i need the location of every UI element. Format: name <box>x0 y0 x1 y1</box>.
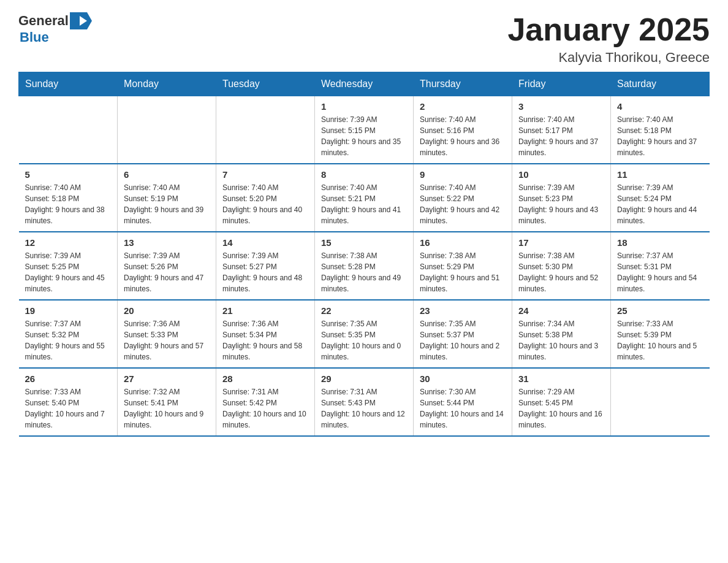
day-info: Sunrise: 7:39 AM Sunset: 5:25 PM Dayligh… <box>25 250 112 294</box>
logo-general-text: General <box>18 13 69 29</box>
day-info: Sunrise: 7:40 AM Sunset: 5:19 PM Dayligh… <box>124 182 210 226</box>
calendar-cell: 12Sunrise: 7:39 AM Sunset: 5:25 PM Dayli… <box>19 232 118 300</box>
calendar-cell: 26Sunrise: 7:33 AM Sunset: 5:40 PM Dayli… <box>19 368 118 436</box>
day-info: Sunrise: 7:29 AM Sunset: 5:45 PM Dayligh… <box>518 386 604 431</box>
calendar-cell: 7Sunrise: 7:40 AM Sunset: 5:20 PM Daylig… <box>216 164 315 232</box>
day-info: Sunrise: 7:40 AM Sunset: 5:18 PM Dayligh… <box>617 114 703 158</box>
day-number: 6 <box>124 169 210 180</box>
day-number: 3 <box>518 101 604 112</box>
day-info: Sunrise: 7:40 AM Sunset: 5:22 PM Dayligh… <box>420 182 506 226</box>
day-number: 26 <box>25 373 112 384</box>
day-number: 11 <box>617 169 703 180</box>
day-info: Sunrise: 7:31 AM Sunset: 5:43 PM Dayligh… <box>321 386 407 431</box>
day-number: 14 <box>222 237 308 248</box>
calendar-cell <box>216 96 315 164</box>
day-number: 16 <box>420 237 506 248</box>
header-day-thursday: Thursday <box>414 72 512 96</box>
calendar-cell: 29Sunrise: 7:31 AM Sunset: 5:43 PM Dayli… <box>315 368 414 436</box>
header-day-saturday: Saturday <box>611 72 710 96</box>
calendar-cell: 17Sunrise: 7:38 AM Sunset: 5:30 PM Dayli… <box>512 232 611 300</box>
day-number: 31 <box>518 373 604 384</box>
day-number: 23 <box>420 305 506 316</box>
header-day-friday: Friday <box>512 72 611 96</box>
calendar-cell: 19Sunrise: 7:37 AM Sunset: 5:32 PM Dayli… <box>19 300 118 368</box>
day-number: 8 <box>321 169 407 180</box>
day-info: Sunrise: 7:40 AM Sunset: 5:17 PM Dayligh… <box>518 114 604 158</box>
calendar-week-4: 26Sunrise: 7:33 AM Sunset: 5:40 PM Dayli… <box>19 368 710 436</box>
day-info: Sunrise: 7:39 AM Sunset: 5:15 PM Dayligh… <box>321 114 407 158</box>
day-number: 10 <box>518 169 604 180</box>
header-day-wednesday: Wednesday <box>315 72 414 96</box>
day-info: Sunrise: 7:36 AM Sunset: 5:33 PM Dayligh… <box>124 318 210 362</box>
calendar-cell: 27Sunrise: 7:32 AM Sunset: 5:41 PM Dayli… <box>118 368 216 436</box>
day-info: Sunrise: 7:31 AM Sunset: 5:42 PM Dayligh… <box>222 386 308 431</box>
svg-marker-1 <box>87 12 92 29</box>
day-number: 5 <box>25 169 112 180</box>
day-number: 2 <box>420 101 506 112</box>
logo: General Blue <box>18 12 92 45</box>
calendar-week-0: 1Sunrise: 7:39 AM Sunset: 5:15 PM Daylig… <box>19 96 710 164</box>
calendar-cell: 14Sunrise: 7:39 AM Sunset: 5:27 PM Dayli… <box>216 232 315 300</box>
day-info: Sunrise: 7:30 AM Sunset: 5:44 PM Dayligh… <box>420 386 506 431</box>
calendar-cell: 4Sunrise: 7:40 AM Sunset: 5:18 PM Daylig… <box>611 96 710 164</box>
calendar-cell: 20Sunrise: 7:36 AM Sunset: 5:33 PM Dayli… <box>118 300 216 368</box>
header-day-sunday: Sunday <box>19 72 118 96</box>
day-info: Sunrise: 7:33 AM Sunset: 5:39 PM Dayligh… <box>617 318 703 362</box>
day-info: Sunrise: 7:32 AM Sunset: 5:41 PM Dayligh… <box>124 386 210 431</box>
day-info: Sunrise: 7:37 AM Sunset: 5:31 PM Dayligh… <box>617 250 703 294</box>
header-day-tuesday: Tuesday <box>216 72 315 96</box>
day-number: 13 <box>124 237 210 248</box>
calendar-cell: 25Sunrise: 7:33 AM Sunset: 5:39 PM Dayli… <box>611 300 710 368</box>
calendar-week-1: 5Sunrise: 7:40 AM Sunset: 5:18 PM Daylig… <box>19 164 710 232</box>
calendar-cell: 2Sunrise: 7:40 AM Sunset: 5:16 PM Daylig… <box>414 96 512 164</box>
day-number: 27 <box>124 373 210 384</box>
day-info: Sunrise: 7:33 AM Sunset: 5:40 PM Dayligh… <box>25 386 112 431</box>
day-number: 30 <box>420 373 506 384</box>
calendar-cell: 31Sunrise: 7:29 AM Sunset: 5:45 PM Dayli… <box>512 368 611 436</box>
calendar-cell: 11Sunrise: 7:39 AM Sunset: 5:24 PM Dayli… <box>611 164 710 232</box>
day-number: 7 <box>222 169 308 180</box>
day-info: Sunrise: 7:38 AM Sunset: 5:29 PM Dayligh… <box>420 250 506 294</box>
day-number: 20 <box>124 305 210 316</box>
day-number: 12 <box>25 237 112 248</box>
calendar-cell: 3Sunrise: 7:40 AM Sunset: 5:17 PM Daylig… <box>512 96 611 164</box>
day-number: 4 <box>617 101 703 112</box>
day-number: 21 <box>222 305 308 316</box>
calendar-cell: 21Sunrise: 7:36 AM Sunset: 5:34 PM Dayli… <box>216 300 315 368</box>
day-info: Sunrise: 7:40 AM Sunset: 5:18 PM Dayligh… <box>25 182 112 226</box>
day-number: 15 <box>321 237 407 248</box>
calendar-cell: 24Sunrise: 7:34 AM Sunset: 5:38 PM Dayli… <box>512 300 611 368</box>
calendar-cell: 10Sunrise: 7:39 AM Sunset: 5:23 PM Dayli… <box>512 164 611 232</box>
page-header: General Blue January 2025 Kalyvia Thorik… <box>18 12 710 66</box>
day-info: Sunrise: 7:38 AM Sunset: 5:28 PM Dayligh… <box>321 250 407 294</box>
day-number: 25 <box>617 305 703 316</box>
calendar-week-3: 19Sunrise: 7:37 AM Sunset: 5:32 PM Dayli… <box>19 300 710 368</box>
month-title: January 2025 <box>507 12 710 47</box>
calendar-cell: 23Sunrise: 7:35 AM Sunset: 5:37 PM Dayli… <box>414 300 512 368</box>
day-info: Sunrise: 7:34 AM Sunset: 5:38 PM Dayligh… <box>518 318 604 362</box>
calendar-cell <box>19 96 118 164</box>
calendar-week-2: 12Sunrise: 7:39 AM Sunset: 5:25 PM Dayli… <box>19 232 710 300</box>
day-number: 29 <box>321 373 407 384</box>
calendar-cell <box>118 96 216 164</box>
day-info: Sunrise: 7:37 AM Sunset: 5:32 PM Dayligh… <box>25 318 112 362</box>
day-info: Sunrise: 7:38 AM Sunset: 5:30 PM Dayligh… <box>518 250 604 294</box>
calendar-cell: 5Sunrise: 7:40 AM Sunset: 5:18 PM Daylig… <box>19 164 118 232</box>
day-number: 19 <box>25 305 112 316</box>
calendar-cell: 9Sunrise: 7:40 AM Sunset: 5:22 PM Daylig… <box>414 164 512 232</box>
calendar-cell: 13Sunrise: 7:39 AM Sunset: 5:26 PM Dayli… <box>118 232 216 300</box>
calendar-cell: 30Sunrise: 7:30 AM Sunset: 5:44 PM Dayli… <box>414 368 512 436</box>
day-info: Sunrise: 7:40 AM Sunset: 5:21 PM Dayligh… <box>321 182 407 226</box>
header-day-monday: Monday <box>118 72 216 96</box>
location-text: Kalyvia Thorikou, Greece <box>507 50 710 66</box>
day-info: Sunrise: 7:35 AM Sunset: 5:37 PM Dayligh… <box>420 318 506 362</box>
day-number: 1 <box>321 101 407 112</box>
day-info: Sunrise: 7:40 AM Sunset: 5:20 PM Dayligh… <box>222 182 308 226</box>
calendar-cell <box>611 368 710 436</box>
day-info: Sunrise: 7:39 AM Sunset: 5:23 PM Dayligh… <box>518 182 604 226</box>
day-number: 17 <box>518 237 604 248</box>
day-number: 9 <box>420 169 506 180</box>
day-number: 28 <box>222 373 308 384</box>
logo-icon <box>70 12 92 29</box>
title-area: January 2025 Kalyvia Thorikou, Greece <box>507 12 710 66</box>
